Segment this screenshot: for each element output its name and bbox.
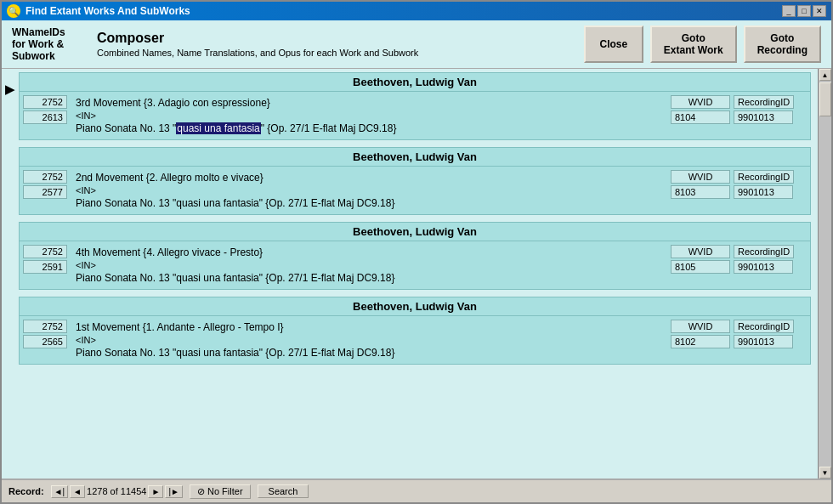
record-group: Beethoven, Ludwig Van 2752 2613 3rd Move… — [19, 72, 811, 140]
close-button[interactable]: Close — [584, 25, 643, 63]
window-title: Find Extant Works And SubWorks — [26, 5, 190, 17]
wvid-label: WVID — [671, 245, 730, 258]
wvid-column: WVID RecordingID 8105 9901013 — [671, 245, 807, 286]
scroll-up-button[interactable]: ▲ — [819, 69, 831, 81]
composer-name: Beethoven, Ludwig Van — [20, 148, 810, 167]
composer-name: Beethoven, Ludwig Van — [20, 73, 810, 92]
filter-icon: ⊘ — [197, 486, 205, 496]
ids-column: 2752 2591 — [23, 245, 67, 286]
work-info: 2nd Movement {2. Allegro molto e vivace}… — [71, 170, 667, 211]
scroll-down-button[interactable]: ▼ — [819, 467, 831, 479]
recid-value: 9901013 — [734, 185, 793, 199]
title-bar: 🔍 Find Extant Works And SubWorks _ □ ✕ — [2, 2, 831, 20]
close-button[interactable]: ✕ — [813, 5, 826, 17]
nav-prev-button[interactable]: ◄ — [70, 485, 85, 498]
sonata-text: Piano Sonata No. 13 "quasi una fantasia"… — [76, 122, 662, 134]
wvid-header-row: WVID RecordingID — [671, 245, 807, 258]
app-icon: 🔍 — [7, 4, 20, 18]
recid-label: RecordingID — [734, 245, 794, 258]
wvid-val-row: 8102 9901013 — [671, 335, 807, 348]
id-box-1: 2752 — [23, 170, 67, 184]
vertical-scrollbar[interactable]: ▲ ▼ — [818, 69, 831, 479]
record-body: 2752 2613 3rd Movement {3. Adagio con es… — [20, 92, 810, 139]
wvid-value: 8105 — [671, 260, 730, 274]
id-box-1: 2752 — [23, 95, 67, 109]
recid-label: RecordingID — [734, 170, 794, 184]
nav-controls: ◄| ◄ 1278 of 11454 ► |► — [51, 485, 183, 498]
nav-next-button[interactable]: ► — [148, 485, 163, 498]
wvid-val-row: 8103 9901013 — [671, 185, 807, 199]
wvid-val-row: 8104 9901013 — [671, 110, 807, 124]
recid-label: RecordingID — [734, 320, 794, 333]
wvid-value: 8103 — [671, 185, 730, 199]
record-body: 2752 2591 4th Movement {4. Allegro vivac… — [20, 241, 810, 289]
nav-first-button[interactable]: ◄| — [51, 485, 69, 498]
composer-name: Beethoven, Ludwig Van — [20, 223, 810, 241]
maximize-button[interactable]: □ — [797, 5, 811, 17]
window-controls: _ □ ✕ — [782, 5, 826, 17]
nav-last-button[interactable]: |► — [165, 485, 183, 498]
main-content-area: ▶ Beethoven, Ludwig Van 2752 2613 3rd Mo… — [2, 69, 831, 479]
record-group: Beethoven, Ludwig Van 2752 2577 2nd Move… — [19, 147, 811, 215]
id-box-2: 2565 — [23, 335, 67, 348]
recid-value: 9901013 — [734, 260, 793, 274]
content-area: ▶ Beethoven, Ludwig Van 2752 2613 3rd Mo… — [2, 69, 818, 479]
wvid-header-row: WVID RecordingID — [671, 170, 807, 184]
movement-text: 2nd Movement {2. Allegro molto e vivace} — [76, 172, 662, 184]
record-body: 2752 2565 1st Movement {1. Andante - All… — [20, 316, 810, 364]
main-window: 🔍 Find Extant Works And SubWorks _ □ ✕ W… — [0, 0, 833, 504]
header-area: WNameIDs for Work & Subwork Composer Com… — [2, 20, 831, 69]
recid-value: 9901013 — [734, 335, 793, 348]
wnameid-labels: WNameIDs for Work & Subwork — [12, 26, 80, 62]
in-tag: <IN> — [76, 260, 662, 270]
wvid-column: WVID RecordingID 8104 9901013 — [671, 95, 807, 136]
record-label: Record: — [8, 486, 44, 496]
composer-header-label: Composer — [97, 31, 567, 46]
status-bar: Record: ◄| ◄ 1278 of 11454 ► |► ⊘ No Fil… — [2, 479, 831, 502]
header-subtitle: Combined Names, Name Translations, and O… — [97, 48, 567, 58]
wnameid-label: WNameIDs for Work & Subwork — [12, 26, 80, 62]
work-info: 4th Movement {4. Allegro vivace - Presto… — [71, 245, 667, 286]
goto-recording-button[interactable]: Goto Recording — [744, 25, 821, 63]
id-box-2: 2591 — [23, 260, 67, 274]
sonata-text: Piano Sonata No. 13 "quasi una fantasia"… — [76, 347, 662, 359]
wvid-column: WVID RecordingID 8102 9901013 — [671, 320, 807, 360]
ids-column: 2752 2613 — [23, 95, 67, 136]
ids-column: 2752 2565 — [23, 320, 67, 360]
record-group: Beethoven, Ludwig Van 2752 2565 1st Move… — [19, 297, 811, 365]
wvid-value: 8102 — [671, 335, 730, 348]
no-filter-button[interactable]: ⊘ No Filter — [190, 484, 251, 499]
goto-extant-work-button[interactable]: Goto Extant Work — [650, 25, 737, 63]
wvid-value: 8104 — [671, 110, 730, 124]
recid-label: RecordingID — [734, 95, 794, 109]
id-box-2: 2577 — [23, 185, 67, 199]
in-tag: <IN> — [76, 335, 662, 345]
wvid-label: WVID — [671, 170, 730, 184]
in-tag: <IN> — [76, 110, 662, 121]
wvid-header-row: WVID RecordingID — [671, 320, 807, 333]
wvid-label: WVID — [671, 95, 730, 109]
sonata-text: Piano Sonata No. 13 "quasi una fantasia"… — [76, 272, 662, 284]
id-box-2: 2613 — [23, 110, 67, 124]
title-bar-left: 🔍 Find Extant Works And SubWorks — [7, 4, 190, 18]
movement-text: 1st Movement {1. Andante - Allegro - Tem… — [76, 321, 662, 333]
header-description: Composer Combined Names, Name Translatio… — [97, 31, 567, 58]
record-count: 1278 of 11454 — [87, 486, 146, 496]
highlight-text: quasi una fantasia — [176, 122, 260, 134]
ids-column: 2752 2577 — [23, 170, 67, 211]
minimize-button[interactable]: _ — [782, 5, 796, 17]
header-buttons: Close Goto Extant Work Goto Recording — [584, 25, 821, 63]
scroll-thumb[interactable] — [819, 82, 831, 116]
movement-text: 4th Movement {4. Allegro vivace - Presto… — [76, 246, 662, 258]
wvid-header-row: WVID RecordingID — [671, 95, 807, 109]
record-body: 2752 2577 2nd Movement {2. Allegro molto… — [20, 167, 810, 214]
recid-value: 9901013 — [734, 110, 793, 124]
in-tag: <IN> — [76, 185, 662, 195]
nav-arrow: ▶ — [5, 82, 14, 96]
wvid-val-row: 8105 9901013 — [671, 260, 807, 274]
search-button[interactable]: Search — [258, 484, 309, 498]
wvid-label: WVID — [671, 320, 730, 333]
work-info: 3rd Movement {3. Adagio con espressione}… — [71, 95, 667, 136]
id-box-1: 2752 — [23, 245, 67, 258]
sonata-text: Piano Sonata No. 13 "quasi una fantasia"… — [76, 197, 662, 209]
